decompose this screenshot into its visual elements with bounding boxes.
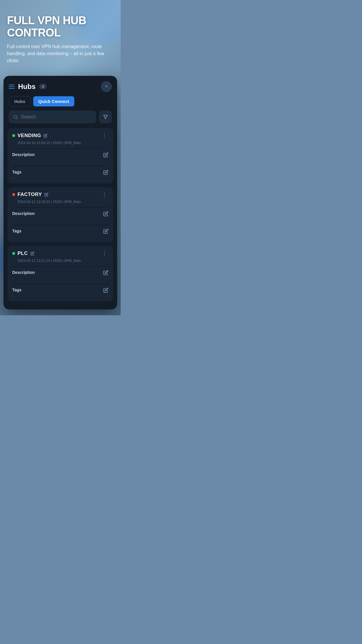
tags-edit-icon[interactable] [103,288,108,293]
hub-name: PLC [17,251,28,256]
hub-more-button[interactable]: ⋮ [100,251,108,256]
cards-container: VENDING ⋮ 2024-04-10 15:04:10 | #5291 OP… [3,128,117,309]
hub-card-header: PLC ⋮ [8,246,113,258]
hub-name-row: VENDING [12,133,48,139]
status-dot-red [12,193,15,196]
add-hub-button[interactable]: + [101,81,112,92]
hub-edit-icon[interactable] [30,251,34,256]
description-edit-icon[interactable] [103,152,108,158]
description-label: Description [12,211,103,216]
status-dot-green [12,134,15,137]
description-label: Description [12,152,103,157]
hub-edit-icon[interactable] [43,134,48,138]
hub-tags-field: Tags - [8,166,113,183]
description-edit-icon[interactable] [103,211,108,216]
hero-subtitle: Full control over VPN hub management, ro… [7,43,114,64]
status-dot-green [12,252,15,255]
hub-card: PLC ⋮ 2024-03-12 13:11:14 | #5291 OPM_Ma… [8,246,113,301]
search-row [3,111,117,128]
svg-point-0 [14,115,17,118]
tags-value: - [12,293,103,298]
header-left: Hubs 4 [9,83,47,91]
filter-button[interactable] [99,111,112,123]
tab-hubs[interactable]: Hubs [9,96,31,106]
hub-name-row: FACTORY [12,192,48,197]
panel-title: Hubs [18,83,36,91]
hub-more-button[interactable]: ⋮ [100,133,108,139]
tags-label: Tags [12,229,103,233]
hub-edit-icon[interactable] [44,192,48,197]
description-label: Description [12,270,103,275]
hero-section: FULL VPN HUB CONTROL Full control over V… [0,0,121,71]
tags-label: Tags [12,288,103,292]
search-input[interactable] [21,114,92,120]
tab-quick-connect[interactable]: Quick Connect [33,96,75,106]
description-value: - [12,158,103,162]
hub-card-header: FACTORY ⋮ [8,187,113,199]
panel-header: Hubs 4 + [3,76,117,96]
hub-card: VENDING ⋮ 2024-04-10 15:04:10 | #5291 OP… [8,128,113,183]
hub-tags-field: Tags - [8,284,113,301]
svg-marker-2 [103,115,108,119]
hub-timestamp: 2024-04-10 15:04:10 | #5291 OPM_Main [8,140,113,148]
filter-icon [103,114,108,120]
hub-field-content: Description - [12,152,103,162]
hub-name: VENDING [17,133,41,139]
tags-edit-icon[interactable] [103,170,108,175]
menu-icon[interactable] [9,85,15,89]
description-edit-icon[interactable] [103,270,108,275]
hub-description-field: Description - [8,149,113,166]
hub-field-content: Tags - [12,170,103,180]
hub-name: FACTORY [17,192,42,197]
search-icon [13,114,18,120]
description-value: - [12,276,103,280]
hero-title: FULL VPN HUB CONTROL [7,15,114,39]
tags-value: - [12,235,103,239]
hub-more-button[interactable]: ⋮ [100,192,108,197]
svg-line-1 [16,118,17,119]
description-value: - [12,217,103,221]
hub-field-content: Tags - [12,288,103,298]
hub-name-row: PLC [12,251,34,256]
hub-count-badge: 4 [39,84,47,89]
search-container [9,111,96,123]
hub-field-content: Description - [12,211,103,221]
app-panel: Hubs 4 + Hubs Quick Connect [3,76,117,309]
tags-edit-icon[interactable] [103,229,108,234]
hub-timestamp: 2024-03-12 13:16:32 | #5291 OPM_Main [8,199,113,207]
background: FULL VPN HUB CONTROL Full control over V… [0,0,121,315]
hub-tags-field: Tags - [8,225,113,242]
tags-label: Tags [12,170,103,174]
tags-value: - [12,176,103,180]
hub-description-field: Description - [8,208,113,225]
hub-card-header: VENDING ⋮ [8,128,113,140]
hub-card: FACTORY ⋮ 2024-03-12 13:16:32 | #5291 OP… [8,187,113,242]
hub-description-field: Description - [8,267,113,284]
hub-field-content: Tags - [12,229,103,239]
hub-timestamp: 2024-03-12 13:11:14 | #5291 OPM_Main [8,258,113,266]
hub-field-content: Description - [12,270,103,280]
tab-bar: Hubs Quick Connect [3,96,117,111]
